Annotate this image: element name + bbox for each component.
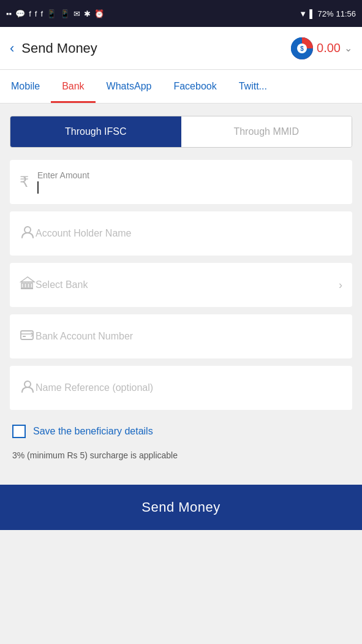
mail-icon: ✉ [74, 9, 80, 18]
bluetooth-icon: ✱ [84, 9, 91, 18]
svg-rect-4 [21, 283, 23, 288]
wa-icon2: 📱 [60, 9, 70, 18]
page-title: Send Money [21, 40, 97, 56]
balance-display: 0.00 [317, 41, 341, 55]
tab-twitter[interactable]: Twitt... [228, 70, 278, 103]
tab-facebook[interactable]: Facebook [162, 70, 227, 103]
ifsc-button[interactable]: Through IFSC [10, 116, 181, 147]
send-money-button[interactable]: Send Money [0, 485, 362, 530]
balance-icon: $ [291, 37, 313, 59]
select-bank-placeholder: Select Bank [36, 279, 88, 290]
select-bank-field[interactable]: Select Bank › [10, 263, 352, 307]
mmid-button[interactable]: Through MMID [181, 116, 352, 147]
svg-rect-8 [21, 288, 33, 289]
name-reference-input[interactable] [36, 382, 342, 393]
tab-whatsapp[interactable]: WhatsApp [96, 70, 163, 103]
account-holder-input[interactable] [36, 228, 342, 239]
tab-bank[interactable]: Bank [51, 70, 95, 103]
chat-icon: 💬 [15, 9, 25, 18]
svg-point-3 [25, 227, 31, 233]
bank-icon [20, 276, 36, 294]
fb-icon3: f [40, 9, 43, 18]
amount-input-container: Enter Amount [37, 170, 342, 194]
svg-point-13 [25, 381, 31, 387]
fb-icon1: f [29, 9, 31, 18]
tab-bar: Mobile Bank WhatsApp Facebook Twitt... [0, 70, 362, 104]
save-beneficiary-row[interactable]: Save the beneficiary details [10, 417, 352, 445]
transfer-mode-toggle: Through IFSC Through MMID [10, 116, 352, 148]
svg-text:$: $ [300, 45, 304, 52]
wifi-icon: ▼ [299, 9, 307, 18]
amount-label: Enter Amount [37, 170, 342, 180]
name-reference-field[interactable] [10, 366, 352, 410]
status-bar: ▪▪ 💬 f f f 📱 📱 ✉ ✱ ⏰ ▼ ▌ 72% 11:56 [0, 0, 362, 27]
message-icon: ▪▪ [6, 9, 12, 18]
balance-chevron-icon[interactable]: ⌄ [344, 42, 352, 54]
bank-account-field[interactable] [10, 314, 352, 358]
select-bank-chevron-icon: › [339, 279, 342, 292]
svg-marker-9 [21, 277, 34, 282]
svg-rect-7 [31, 283, 32, 288]
tab-mobile[interactable]: Mobile [0, 70, 51, 103]
account-holder-field[interactable] [10, 211, 352, 256]
status-icons: ▪▪ 💬 f f f 📱 📱 ✉ ✱ ⏰ [6, 9, 104, 18]
signal-icon: ▌ [309, 9, 315, 18]
amount-cursor [37, 181, 342, 194]
svg-rect-5 [25, 283, 26, 288]
app-header: ‹ Send Money $ 0.00 ⌄ [0, 27, 362, 70]
wa-icon1: 📱 [47, 9, 56, 18]
battery-percent: 72% [317, 9, 333, 18]
time-display: 11:56 [336, 9, 356, 18]
header-right: $ 0.00 ⌄ [291, 37, 352, 59]
text-cursor [37, 181, 39, 194]
svg-rect-10 [21, 331, 33, 339]
svg-rect-12 [23, 336, 26, 337]
rupee-icon: ₹ [20, 173, 29, 191]
back-button[interactable]: ‹ [10, 40, 14, 56]
main-content: Through IFSC Through MMID ₹ Enter Amount [0, 104, 362, 485]
person-reference-icon [20, 379, 36, 397]
bank-account-input[interactable] [36, 331, 342, 342]
person-icon [20, 224, 36, 243]
surcharge-note: 3% (minimum Rs 5) surcharge is applicabl… [10, 445, 352, 472]
amount-field[interactable]: ₹ Enter Amount [10, 160, 352, 204]
svg-rect-6 [28, 283, 29, 288]
save-beneficiary-label: Save the beneficiary details [33, 426, 153, 437]
select-bank-label-container: Select Bank [36, 279, 334, 290]
fb-icon2: f [35, 9, 37, 18]
header-left: ‹ Send Money [10, 40, 97, 56]
status-right: ▼ ▌ 72% 11:56 [299, 9, 356, 18]
bottom-bar: Send Money [0, 485, 362, 530]
alarm-icon: ⏰ [94, 9, 104, 18]
save-beneficiary-checkbox[interactable] [12, 425, 26, 438]
card-icon [20, 327, 36, 346]
